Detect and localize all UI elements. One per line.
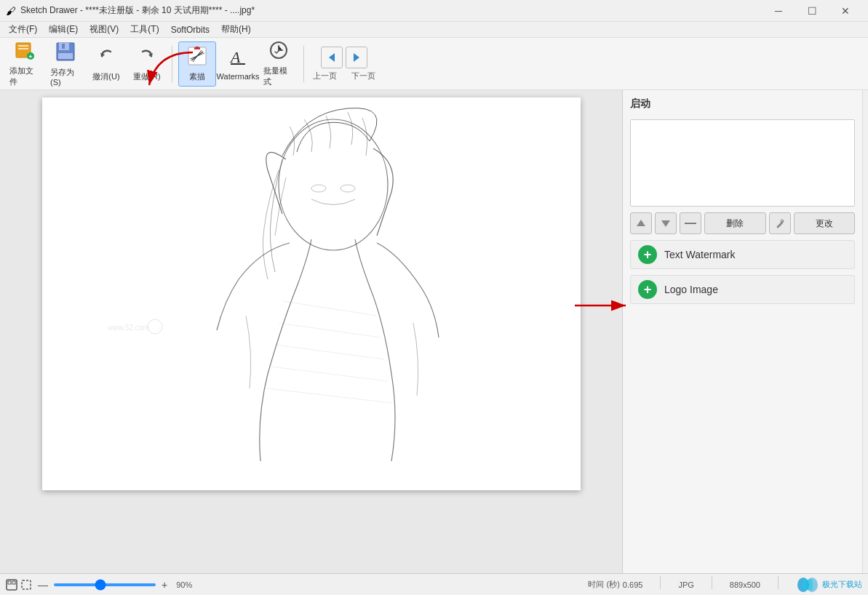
title-bar: 🖌 Sketch Drawer - ****未注册版 - 剩余 10 天试用期*… bbox=[0, 0, 868, 22]
brand-area: 极光下载站 bbox=[796, 576, 862, 594]
save-as-label: 另存为(S) bbox=[50, 67, 81, 87]
svg-rect-7 bbox=[62, 44, 65, 49]
text-watermark-button[interactable]: + Text Watermark bbox=[630, 240, 855, 269]
toolbar: + 添加文件 另存为(S) 撤消(U) bbox=[0, 38, 868, 90]
logo-image-button[interactable]: + Logo Image bbox=[630, 275, 855, 304]
zoom-controls: — + 90% bbox=[6, 579, 199, 591]
close-button[interactable]: ✕ bbox=[829, 0, 862, 22]
logo-image-label: Logo Image bbox=[664, 284, 718, 295]
separator2 bbox=[712, 576, 712, 589]
maximize-button[interactable]: ☐ bbox=[795, 0, 829, 22]
svg-rect-41 bbox=[22, 580, 31, 589]
batch-mode-label: 批量模式 bbox=[263, 65, 294, 87]
panel-controls: — 删除 更改 bbox=[630, 212, 855, 234]
zoom-value: 90% bbox=[176, 580, 199, 589]
add-file-icon: + bbox=[15, 40, 35, 63]
svg-rect-2 bbox=[18, 48, 28, 49]
redo-icon bbox=[137, 46, 157, 69]
sketch-button[interactable]: 素描 bbox=[178, 41, 216, 87]
title-bar-text: Sketch Drawer - ****未注册版 - 剩余 10 天试用期***… bbox=[20, 4, 762, 17]
nav-controls: 上一页 下一页 bbox=[313, 47, 375, 81]
batch-icon bbox=[268, 40, 289, 63]
main-area: www.52.com 启动 bbox=[0, 90, 868, 573]
wrench-button[interactable] bbox=[769, 212, 791, 234]
undo-label: 撤消(U) bbox=[92, 71, 119, 82]
add-file-button[interactable]: + 添加文件 bbox=[6, 41, 44, 87]
svg-rect-22 bbox=[42, 97, 581, 490]
watermarks-icon: A bbox=[228, 47, 248, 70]
svg-rect-39 bbox=[8, 581, 11, 584]
zoom-slider[interactable] bbox=[54, 583, 156, 586]
watermarks-label: Watermarks bbox=[217, 72, 260, 81]
svg-rect-16 bbox=[196, 47, 199, 48]
undo-icon bbox=[96, 46, 116, 69]
zoom-fit-icon bbox=[6, 579, 17, 591]
format-segment: JPG bbox=[678, 576, 693, 594]
time-segment: 时间 (秒) 0.695 bbox=[588, 576, 642, 594]
nav-buttons bbox=[321, 47, 367, 68]
minimize-button[interactable]: ─ bbox=[762, 0, 795, 22]
menu-edit[interactable]: 编辑(E) bbox=[43, 22, 84, 38]
watermarks-button[interactable]: A Watermarks bbox=[219, 41, 257, 87]
next-label: 下一页 bbox=[351, 71, 375, 81]
svg-text:www.52.com: www.52.com bbox=[107, 324, 149, 332]
zoom-plus-button[interactable]: + bbox=[159, 579, 170, 591]
sketch-icon bbox=[187, 46, 207, 69]
menu-help[interactable]: 帮助(H) bbox=[215, 22, 257, 38]
separator-2 bbox=[303, 46, 304, 82]
change-button[interactable]: 更改 bbox=[794, 212, 856, 234]
status-bar: — + 90% 时间 (秒) 0.695 JPG 889x500 极光下载站 bbox=[0, 573, 868, 595]
panel-title: 启动 bbox=[630, 97, 855, 111]
menu-softorbits[interactable]: SoftOrbits bbox=[165, 22, 215, 38]
next-page-button[interactable] bbox=[346, 47, 367, 68]
redo-button[interactable]: 重做(R) bbox=[128, 41, 166, 87]
undo-button[interactable]: 撤消(U) bbox=[87, 41, 125, 87]
down-arrow-button[interactable] bbox=[655, 212, 677, 234]
prev-page-button[interactable] bbox=[321, 47, 343, 68]
dimensions-segment: 889x500 bbox=[730, 576, 760, 594]
logo-image-plus-icon: + bbox=[638, 280, 657, 299]
svg-rect-8 bbox=[58, 53, 73, 59]
separator3 bbox=[778, 576, 779, 589]
time-value: 0.695 bbox=[623, 580, 643, 589]
svg-marker-36 bbox=[661, 220, 670, 227]
brand-logo-icon bbox=[796, 576, 819, 594]
right-panel: 启动 — 删除 bbox=[622, 90, 862, 573]
canvas-image: www.52.com bbox=[42, 97, 581, 490]
up-arrow-button[interactable] bbox=[630, 212, 652, 234]
right-scrollbar[interactable] bbox=[862, 90, 868, 573]
zoom-slider-container bbox=[54, 583, 156, 586]
text-watermark-plus-icon: + bbox=[638, 245, 657, 264]
text-watermark-label: Text Watermark bbox=[664, 249, 736, 260]
prev-label: 上一页 bbox=[313, 71, 337, 81]
svg-rect-1 bbox=[18, 45, 28, 47]
app-icon: 🖌 bbox=[6, 5, 16, 17]
menu-bar: 文件(F) 编辑(E) 视图(V) 工具(T) SoftOrbits 帮助(H) bbox=[0, 22, 868, 38]
format-value: JPG bbox=[678, 580, 693, 589]
zoom-select-icon bbox=[20, 579, 32, 591]
preview-box bbox=[630, 119, 855, 207]
separator-1 bbox=[172, 46, 172, 82]
dimensions-value: 889x500 bbox=[730, 580, 760, 589]
status-info: 时间 (秒) 0.695 JPG 889x500 极光下载站 bbox=[588, 576, 862, 594]
svg-marker-20 bbox=[329, 53, 335, 62]
svg-text:+: + bbox=[28, 53, 32, 60]
batch-mode-button[interactable]: 批量模式 bbox=[260, 41, 298, 87]
add-file-label: 添加文件 bbox=[9, 65, 40, 87]
svg-marker-21 bbox=[354, 53, 359, 62]
save-as-button[interactable]: 另存为(S) bbox=[47, 41, 84, 87]
separator bbox=[660, 576, 661, 589]
redo-label: 重做(R) bbox=[133, 71, 160, 82]
save-icon bbox=[55, 41, 76, 65]
menu-file[interactable]: 文件(F) bbox=[3, 22, 43, 38]
canvas-area: www.52.com bbox=[0, 90, 622, 573]
minus-button[interactable]: — bbox=[680, 212, 701, 234]
zoom-minus-button[interactable]: — bbox=[35, 579, 51, 591]
sketch-label: 素描 bbox=[189, 71, 205, 82]
brand-name: 极光下载站 bbox=[822, 579, 862, 590]
svg-rect-40 bbox=[12, 581, 15, 584]
menu-tools[interactable]: 工具(T) bbox=[124, 22, 164, 38]
delete-button[interactable]: 删除 bbox=[704, 212, 766, 234]
menu-view[interactable]: 视图(V) bbox=[84, 22, 124, 38]
title-bar-controls: ─ ☐ ✕ bbox=[762, 0, 862, 22]
